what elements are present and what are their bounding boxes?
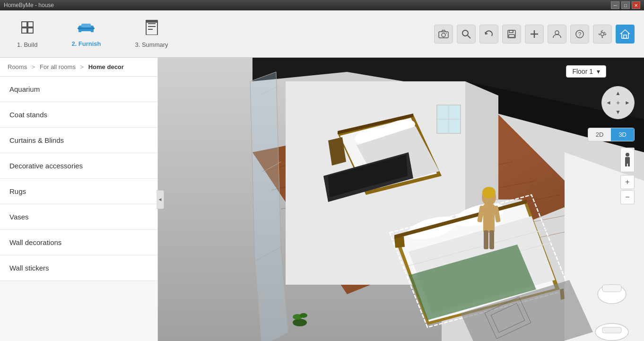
svg-point-64 — [293, 319, 307, 326]
floor-selector[interactable]: Floor 1 ▾ — [566, 65, 606, 78]
category-wall-stickers[interactable]: Wall stickers — [0, 255, 157, 281]
content-area: Rooms > For all rooms > Home decor Aquar… — [0, 58, 644, 341]
svg-rect-91 — [483, 204, 495, 233]
breadcrumb-rooms[interactable]: Rooms — [8, 63, 27, 70]
help-button[interactable]: ? — [570, 25, 589, 44]
summary-label: 3. Summary — [135, 41, 168, 48]
svg-rect-4 — [28, 28, 33, 33]
build-icon — [20, 20, 35, 38]
svg-text:?: ? — [578, 31, 582, 38]
3d-view[interactable]: Floor 1 ▾ ▲ ▼ ◄ ► + 2D 3D — [158, 58, 644, 341]
build-label: 1. Build — [17, 41, 37, 48]
camera-button[interactable] — [434, 25, 453, 44]
svg-rect-1 — [22, 22, 27, 27]
nav-left-button[interactable]: ◄ — [604, 98, 613, 107]
toggle-3d-button[interactable]: 3D — [611, 128, 634, 141]
svg-point-98 — [626, 153, 629, 157]
search-button[interactable] — [457, 25, 476, 44]
svg-rect-7 — [91, 29, 94, 32]
home-button[interactable] — [616, 25, 635, 44]
svg-rect-101 — [628, 163, 630, 166]
category-vases[interactable]: Vases — [0, 204, 157, 230]
svg-rect-32 — [624, 35, 627, 38]
svg-rect-14 — [146, 20, 157, 23]
titlebar: HomeByMe - house ─ □ ✕ — [0, 0, 644, 10]
breadcrumb-sep-2: > — [80, 63, 84, 70]
svg-point-18 — [462, 30, 468, 36]
sidebar-collapse-button[interactable]: ◄ — [157, 190, 164, 209]
svg-rect-9 — [78, 27, 95, 29]
zoom-in-button[interactable]: + — [620, 175, 635, 189]
category-curtains-blinds[interactable]: Curtains & Blinds — [0, 128, 157, 153]
svg-rect-61 — [602, 285, 621, 292]
add-button[interactable] — [525, 25, 544, 44]
zoom-controls: + − — [620, 148, 635, 204]
svg-rect-94 — [484, 230, 488, 249]
titlebar-title: HomeByMe - house — [4, 2, 54, 9]
nav-center-button[interactable]: + — [616, 99, 620, 106]
right-toolbar: ? — [434, 25, 635, 44]
settings-button[interactable] — [593, 25, 612, 44]
svg-marker-46 — [250, 72, 281, 261]
svg-rect-21 — [509, 30, 513, 33]
user-button[interactable] — [548, 25, 566, 44]
floor-label: Floor 1 — [572, 68, 593, 75]
nav-down-button[interactable]: ▼ — [613, 107, 623, 117]
titlebar-controls: ─ □ ✕ — [611, 1, 640, 9]
svg-marker-31 — [621, 30, 629, 38]
category-aquarium[interactable]: Aquarium — [0, 77, 157, 102]
person-view-button[interactable] — [620, 148, 635, 172]
nav-right-button[interactable]: ► — [623, 98, 632, 107]
collapse-icon: ◄ — [158, 197, 163, 202]
zoom-out-button[interactable]: − — [620, 190, 635, 204]
step-build[interactable]: 1. Build — [9, 16, 45, 52]
step-furnish[interactable]: 2. Furnish — [64, 17, 108, 51]
breadcrumb: Rooms > For all rooms > Home decor — [0, 58, 157, 77]
category-wall-decorations[interactable]: Wall decorations — [0, 230, 157, 255]
svg-line-19 — [468, 35, 470, 38]
toolbar: 1. Build 2. Furnish — [0, 10, 644, 58]
undo-button[interactable] — [479, 25, 498, 44]
svg-rect-63 — [602, 327, 621, 333]
category-rugs[interactable]: Rugs — [0, 179, 157, 204]
svg-rect-2 — [28, 22, 33, 27]
furnish-icon — [78, 21, 95, 37]
breadcrumb-current: Home decor — [88, 63, 124, 70]
category-decorative-accessories[interactable]: Decorative accessories — [0, 153, 157, 179]
breadcrumb-sep-1: > — [32, 63, 35, 70]
summary-icon — [145, 20, 158, 38]
svg-rect-99 — [625, 157, 630, 164]
close-button[interactable]: ✕ — [632, 1, 640, 9]
furnish-label: 2. Furnish — [71, 40, 101, 47]
svg-rect-3 — [22, 28, 27, 33]
view-toggle: 2D 3D — [588, 128, 635, 141]
svg-rect-100 — [625, 163, 627, 166]
svg-rect-8 — [81, 24, 91, 27]
svg-point-26 — [555, 31, 559, 35]
svg-point-17 — [446, 33, 447, 34]
save-button[interactable] — [502, 25, 521, 44]
category-list: Aquarium Coat stands Curtains & Blinds D… — [0, 77, 157, 341]
svg-point-93 — [482, 187, 496, 198]
maximize-button[interactable]: □ — [621, 1, 630, 9]
floor-dropdown-icon: ▾ — [597, 68, 600, 75]
breadcrumb-for-all-rooms[interactable]: For all rooms — [40, 63, 76, 70]
nav-ring: ▲ ▼ ◄ ► + — [601, 86, 635, 119]
minimize-button[interactable]: ─ — [611, 1, 619, 9]
step-summary[interactable]: 3. Summary — [128, 16, 176, 52]
nav-up-button[interactable]: ▲ — [613, 88, 623, 98]
svg-rect-22 — [509, 35, 514, 37]
svg-point-29 — [601, 32, 604, 35]
sidebar: Rooms > For all rooms > Home decor Aquar… — [0, 58, 158, 341]
svg-rect-95 — [489, 230, 494, 249]
svg-rect-6 — [78, 29, 81, 32]
svg-point-16 — [442, 33, 445, 37]
toggle-2d-button[interactable]: 2D — [588, 128, 611, 141]
svg-point-66 — [300, 313, 307, 318]
category-coat-stands[interactable]: Coat stands — [0, 102, 157, 128]
main-layout: 1. Build 2. Furnish — [0, 10, 644, 341]
nav-controls: ▲ ▼ ◄ ► + — [601, 86, 635, 119]
room-scene — [158, 58, 644, 341]
